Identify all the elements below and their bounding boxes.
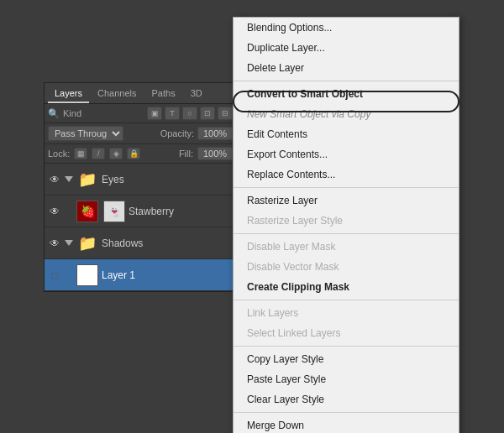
filter-smart-icon[interactable]: ⊡ [200,107,215,120]
layers-list: 👁 📁 Eyes 👁 🍓 👻 Stawberry 👁 [45,164,236,291]
opacity-input[interactable]: 100% [197,127,233,140]
menu-item-edit-contents[interactable]: Edit Contents [234,124,459,144]
layer-thumbnail: 📁 [76,232,98,254]
menu-divider [234,346,459,347]
menu-item-duplicate-layer[interactable]: Duplicate Layer... [234,38,459,58]
blend-row: Pass Through Normal Multiply Opacity: 10… [45,123,236,144]
filter-pixel-icon[interactable]: ▣ [147,107,162,120]
tab-layers[interactable]: Layers [48,85,89,103]
lock-row: Lock: ▦ / ◈ 🔒 Fill: 100% [45,144,236,164]
menu-item-rasterize-layer-style: Rasterize Layer Style [234,211,459,231]
visibility-toggle[interactable]: □ [48,269,61,282]
lock-image-icon[interactable]: / [92,148,105,159]
fill-label: Fill: [179,149,193,159]
menu-divider [234,233,459,234]
menu-divider [234,81,459,81]
menu-item-paste-layer-style[interactable]: Paste Layer Style [234,369,459,389]
layer-item[interactable]: 👁 🍓 👻 Stawberry [45,196,236,227]
menu-item-select-linked-layers: Select Linked Layers [234,323,459,343]
layer-mask-thumbnail: 👻 [103,201,125,222]
menu-divider [234,187,459,188]
menu-item-disable-vector-mask: Disable Vector Mask [234,257,459,277]
filter-icons: ▣ T ○ ⊡ ⊟ [147,107,233,120]
tab-channels[interactable]: Channels [91,85,143,103]
visibility-toggle[interactable]: 👁 [48,237,61,250]
menu-divider [234,300,459,300]
layer-thumbnail [76,264,98,286]
menu-divider [234,412,459,413]
menu-item-merge-down[interactable]: Merge Down [234,415,459,433]
layer-item[interactable]: 👁 📁 Shadows [45,227,236,259]
layer-name: Stawberry [129,206,233,217]
layers-panel: Layers Channels Paths 3D 🔍 Kind ▣ T ○ ⊡ … [44,82,237,292]
menu-item-clear-layer-style[interactable]: Clear Layer Style [234,389,459,410]
layer-name: Shadows [102,237,233,249]
filter-adjust-icon[interactable]: ⊟ [218,107,233,120]
menu-item-export-contents[interactable]: Export Contents... [234,144,459,164]
opacity-label: Opacity: [160,128,194,138]
filter-shape-icon[interactable]: ○ [182,107,197,120]
menu-item-replace-contents[interactable]: Replace Contents... [234,164,459,185]
filter-label: Kind [63,108,81,118]
panel-tabs: Layers Channels Paths 3D [45,83,236,104]
tab-paths[interactable]: Paths [145,85,182,103]
context-menu: Blending Options... Duplicate Layer... D… [233,17,459,433]
menu-item-delete-layer[interactable]: Delete Layer [234,58,459,78]
lock-position-icon[interactable]: ◈ [109,148,123,159]
filter-row: 🔍 Kind ▣ T ○ ⊡ ⊟ [45,104,236,123]
visibility-toggle[interactable]: 👁 [48,205,61,218]
search-icon: 🔍 [48,108,60,119]
filter-text-icon[interactable]: T [165,107,180,120]
menu-item-convert-smart-object[interactable]: Convert to Smart Object [234,84,459,104]
layer-name: Eyes [102,174,233,185]
layer-thumbnail: 📁 [76,169,98,190]
menu-item-new-smart-object: New Smart Object via Copy [234,104,459,124]
blend-mode-select[interactable]: Pass Through Normal Multiply [48,126,123,141]
lock-label: Lock: [48,149,70,159]
menu-item-link-layers: Link Layers [234,303,459,323]
menu-item-disable-layer-mask: Disable Layer Mask [234,237,459,257]
menu-item-rasterize-layer[interactable]: Rasterize Layer [234,190,459,211]
menu-item-create-clipping-mask[interactable]: Create Clipping Mask [234,277,459,297]
tab-3d[interactable]: 3D [184,85,209,103]
menu-item-copy-layer-style[interactable]: Copy Layer Style [234,349,459,369]
layer-name: Layer 1 [102,269,233,281]
lock-transparent-icon[interactable]: ▦ [74,148,87,159]
layer-thumbnail: 🍓 [76,201,98,222]
fill-input[interactable]: 100% [197,147,233,160]
lock-all-icon[interactable]: 🔒 [127,148,140,159]
layer-item[interactable]: □ Layer 1 [45,259,236,291]
visibility-toggle[interactable]: 👁 [48,173,61,186]
layer-item[interactable]: 👁 📁 Eyes [45,164,236,196]
menu-item-blending-options[interactable]: Blending Options... [234,18,459,38]
